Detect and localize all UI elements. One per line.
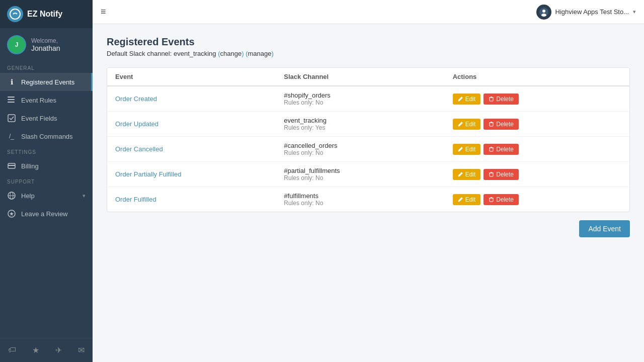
- event-name-cell: Order Created: [115, 95, 284, 103]
- svg-point-12: [542, 10, 545, 13]
- chevron-down-icon: ▾: [83, 193, 86, 199]
- channel-name: event_tracking: [284, 117, 452, 124]
- sidebar-item-event-fields[interactable]: Event Fields: [0, 109, 93, 127]
- table-row: Order Partially Fulfilled #partial_fulfi…: [107, 162, 629, 187]
- event-name: Order Updated: [115, 120, 284, 128]
- add-event-container: Add Event: [107, 220, 630, 237]
- menu-icon[interactable]: ≡: [101, 7, 106, 17]
- header-event: Event: [115, 73, 284, 80]
- tag-icon[interactable]: 🏷: [4, 343, 20, 357]
- actions-cell: Edit Delete: [453, 119, 621, 130]
- store-avatar: [536, 5, 551, 20]
- mail-icon[interactable]: ✉: [74, 343, 89, 357]
- change-link[interactable]: (change): [218, 50, 244, 57]
- content-area: Registered Events Default Slack channel:…: [93, 24, 644, 362]
- svg-rect-3: [8, 102, 15, 103]
- event-name-cell: Order Updated: [115, 120, 284, 128]
- delete-button[interactable]: Delete: [484, 144, 519, 155]
- subtitle-prefix: Default Slack channel:: [107, 50, 172, 57]
- svg-rect-23: [490, 173, 493, 176]
- delete-button[interactable]: Delete: [484, 94, 519, 105]
- add-event-button[interactable]: Add Event: [579, 220, 630, 237]
- channel-cell: #cancelled_orders Rules only: No: [284, 142, 452, 156]
- rules-only: Rules only: No: [284, 149, 452, 156]
- actions-cell: Edit Delete: [453, 169, 621, 180]
- user-info: Welcome, Jonathan: [31, 37, 60, 52]
- table-row: Order Updated event_tracking Rules only:…: [107, 112, 629, 137]
- edit-button[interactable]: Edit: [453, 144, 481, 155]
- delete-button[interactable]: Delete: [484, 169, 519, 180]
- sidebar-label-billing: Billing: [21, 162, 86, 170]
- edit-button[interactable]: Edit: [453, 194, 481, 205]
- event-name: Order Fulfilled: [115, 196, 284, 203]
- event-name-cell: Order Partially Fulfilled: [115, 170, 284, 178]
- svg-point-13: [541, 14, 546, 17]
- sidebar-label-slash-commands: Slash Commands: [21, 133, 86, 140]
- sidebar-item-billing[interactable]: Billing: [0, 157, 93, 175]
- table-row: Order Cancelled #cancelled_orders Rules …: [107, 137, 629, 162]
- delete-button[interactable]: Delete: [484, 194, 519, 205]
- sidebar-label-leave-review: Leave a Review: [21, 210, 86, 218]
- sidebar-item-slash-commands[interactable]: /_ Slash Commands: [0, 127, 93, 145]
- sidebar-label-help: Help: [21, 192, 77, 200]
- main-content: ≡ Highview Apps Test Sto... ▾ Registered…: [93, 0, 644, 362]
- sidebar-item-leave-review[interactable]: Leave a Review: [0, 205, 93, 223]
- help-globe-icon: [7, 191, 16, 200]
- edit-button[interactable]: Edit: [453, 94, 481, 105]
- info-icon: ℹ: [7, 77, 16, 86]
- sidebar: EZ Notify J Welcome, Jonathan GENERAL ℹ …: [0, 0, 93, 362]
- channel-name: #fulfillments: [284, 192, 452, 200]
- billing-icon: [7, 161, 16, 170]
- page-subtitle: Default Slack channel: event_tracking (c…: [107, 50, 630, 57]
- sidebar-item-registered-events[interactable]: ℹ Registered Events: [0, 73, 93, 91]
- star-icon[interactable]: ★: [28, 343, 43, 357]
- welcome-text: Welcome,: [31, 37, 60, 44]
- rules-only: Rules only: No: [284, 174, 452, 182]
- rules-only: Rules only: No: [284, 99, 452, 106]
- sidebar-label-event-rules: Event Rules: [21, 97, 86, 104]
- manage-link[interactable]: (manage): [246, 50, 274, 57]
- general-section-label: GENERAL: [0, 61, 93, 73]
- actions-cell: Edit Delete: [453, 194, 621, 205]
- sidebar-label-registered-events: Registered Events: [21, 78, 84, 86]
- svg-rect-14: [490, 98, 493, 101]
- event-name-cell: Order Cancelled: [115, 145, 284, 153]
- store-name: Highview Apps Test Sto...: [555, 8, 629, 16]
- avatar-initials: J: [15, 41, 19, 48]
- edit-button[interactable]: Edit: [453, 119, 481, 130]
- svg-rect-4: [8, 115, 15, 122]
- channel-name: #partial_fulfillments: [284, 167, 452, 174]
- svg-point-0: [10, 9, 20, 19]
- channel-name: #shopify_orders: [284, 92, 452, 99]
- event-name: Order Cancelled: [115, 145, 284, 153]
- sidebar-bottom-icons: 🏷 ★ ✈ ✉: [0, 338, 93, 362]
- store-selector[interactable]: Highview Apps Test Sto... ▾: [536, 5, 636, 20]
- username: Jonathan: [31, 44, 60, 52]
- sidebar-header: EZ Notify: [0, 0, 93, 28]
- sidebar-item-help[interactable]: Help ▾: [0, 187, 93, 205]
- sidebar-item-event-rules[interactable]: Event Rules: [0, 91, 93, 109]
- app-name: EZ Notify: [27, 10, 62, 19]
- page-title: Registered Events: [107, 36, 630, 48]
- table-header: Event Slack Channel Actions: [107, 68, 629, 86]
- settings-section-label: SETTINGS: [0, 145, 93, 157]
- event-name-cell: Order Fulfilled: [115, 196, 284, 203]
- channel-cell: #shopify_orders Rules only: No: [284, 92, 452, 106]
- table-row: Order Created #shopify_orders Rules only…: [107, 86, 629, 112]
- channel-cell: event_tracking Rules only: Yes: [284, 117, 452, 131]
- sidebar-label-event-fields: Event Fields: [21, 115, 86, 122]
- actions-cell: Edit Delete: [453, 94, 621, 105]
- avatar: J: [7, 35, 26, 54]
- event-name: Order Created: [115, 95, 284, 103]
- table-row: Order Fulfilled #fulfillments Rules only…: [107, 187, 629, 212]
- delete-button[interactable]: Delete: [484, 119, 519, 130]
- user-section: J Welcome, Jonathan: [0, 28, 93, 61]
- svg-rect-1: [8, 97, 15, 98]
- edit-button[interactable]: Edit: [453, 169, 481, 180]
- rules-only: Rules only: Yes: [284, 124, 452, 131]
- app-logo-icon: [7, 6, 23, 22]
- send-icon[interactable]: ✈: [51, 343, 66, 357]
- list-icon: [7, 96, 16, 105]
- default-channel: event_tracking: [174, 50, 216, 57]
- channel-cell: #partial_fulfillments Rules only: No: [284, 167, 452, 182]
